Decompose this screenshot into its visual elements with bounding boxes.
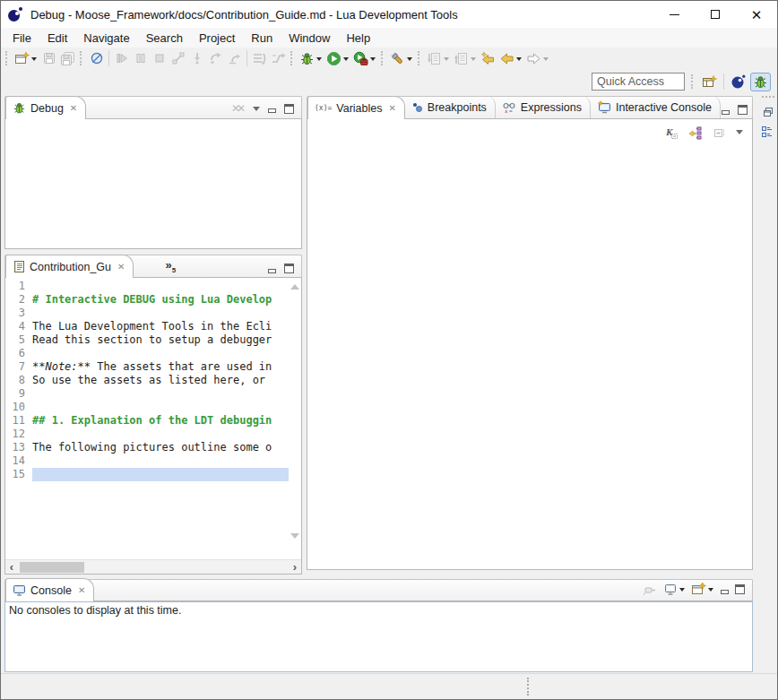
save-all-button[interactable] xyxy=(58,49,77,68)
run-button[interactable] xyxy=(324,49,351,68)
editor-line[interactable]: 11## 1. Explanation of the LDT debuggin xyxy=(5,414,301,428)
debug-button[interactable] xyxy=(298,49,324,68)
debug-view-content[interactable] xyxy=(4,119,302,249)
toolbar-grip[interactable] xyxy=(381,51,385,65)
editor-line[interactable]: 6 xyxy=(5,347,301,360)
editor-text-area[interactable]: 12# Interactive DEBUG using Lua Develop3… xyxy=(5,278,301,559)
run-dropdown[interactable] xyxy=(343,57,349,64)
editor-line[interactable]: 5Read this section to setup a debugger xyxy=(5,333,301,347)
toolbar-grip[interactable] xyxy=(5,51,10,65)
menu-edit[interactable]: Edit xyxy=(39,30,75,47)
tab-interactive-console[interactable]: Interactive Console xyxy=(591,96,721,118)
tab-console[interactable]: Console ✕ xyxy=(5,578,94,601)
toolbar-grip[interactable] xyxy=(80,51,84,65)
scroll-left-icon[interactable]: ‹ xyxy=(5,561,18,574)
editor-vertical-scrollbar[interactable] xyxy=(289,280,300,543)
previous-annotation-dropdown[interactable] xyxy=(471,57,476,64)
console-content[interactable]: No consoles to display at this time. xyxy=(4,601,753,672)
tab-close-icon[interactable]: ✕ xyxy=(388,103,395,113)
toolbar-grip[interactable] xyxy=(290,51,295,65)
toolbar-grip[interactable] xyxy=(418,51,422,65)
maximize-view-icon[interactable] xyxy=(735,584,745,594)
menu-project[interactable]: Project xyxy=(191,30,243,47)
search-button[interactable] xyxy=(388,49,415,68)
skip-all-breakpoints-button[interactable] xyxy=(87,49,106,68)
menu-file[interactable]: File xyxy=(4,30,39,47)
menu-navigate[interactable]: Navigate xyxy=(75,30,137,47)
search-dropdown[interactable] xyxy=(407,57,412,64)
remove-all-terminated-icon[interactable]: ✕✕ xyxy=(231,102,242,115)
hidden-editors-chevron[interactable]: »5 xyxy=(159,255,184,277)
scrollbar-thumb[interactable] xyxy=(20,562,84,573)
display-console-dropdown[interactable] xyxy=(679,588,685,594)
outline-view-icon[interactable] xyxy=(761,125,776,140)
step-into-button[interactable] xyxy=(187,49,206,68)
next-annotation-button[interactable] xyxy=(425,49,452,68)
maximize-view-icon[interactable] xyxy=(738,105,748,115)
scroll-right-icon[interactable]: › xyxy=(289,561,301,574)
maximize-view-icon[interactable] xyxy=(284,104,294,114)
external-tools-button[interactable] xyxy=(351,49,378,68)
open-perspective-button[interactable] xyxy=(699,73,720,91)
new-wizard-button[interactable] xyxy=(13,49,39,68)
lua-perspective-button[interactable] xyxy=(728,73,748,91)
toolbar-grip[interactable] xyxy=(691,74,696,89)
last-edit-location-button[interactable] xyxy=(479,49,497,68)
tab-variables[interactable]: (x)= Variables ✕ xyxy=(307,96,405,119)
minimize-view-icon[interactable] xyxy=(720,585,730,594)
restore-view-icon[interactable] xyxy=(761,104,776,119)
editor-line[interactable]: 1 xyxy=(5,280,301,293)
forward-dropdown[interactable] xyxy=(543,57,549,64)
view-menu-icon[interactable] xyxy=(736,130,743,138)
editor-line[interactable]: 7**Note:** The assets that are used in xyxy=(5,360,301,374)
tab-close-icon[interactable]: ✕ xyxy=(117,262,125,272)
tab-expressions[interactable]: x= Expressions xyxy=(496,96,591,118)
quick-access-input[interactable]: Quick Access xyxy=(592,73,685,91)
window-close-button[interactable]: ✕ xyxy=(736,1,777,28)
tab-contribution-guide[interactable]: Contribution_Gu ✕ xyxy=(5,255,134,278)
maximize-view-icon[interactable] xyxy=(284,264,294,273)
show-type-names-icon[interactable]: K xyxy=(663,125,679,140)
step-over-button[interactable] xyxy=(206,49,225,68)
window-minimize-button[interactable] xyxy=(653,1,695,28)
open-console-dropdown[interactable] xyxy=(708,588,713,594)
editor-line[interactable]: 8So use the assets as listed here, or xyxy=(5,374,301,387)
scroll-up-icon[interactable] xyxy=(290,280,299,290)
minimize-view-icon[interactable] xyxy=(721,106,730,115)
pin-console-icon[interactable] xyxy=(642,582,657,597)
previous-annotation-button[interactable] xyxy=(452,49,479,68)
suspend-button[interactable] xyxy=(131,49,150,68)
save-button[interactable] xyxy=(39,49,58,68)
editor-line[interactable]: 4The Lua Development Tools in the Ecli xyxy=(5,320,301,333)
disconnect-button[interactable] xyxy=(169,49,187,68)
editor-line[interactable]: 9 xyxy=(5,387,301,401)
terminate-button[interactable] xyxy=(150,49,169,68)
tab-close-icon[interactable]: ✕ xyxy=(70,103,77,113)
editor-line[interactable]: 3 xyxy=(5,307,301,320)
menu-run[interactable]: Run xyxy=(243,30,281,47)
next-annotation-dropdown[interactable] xyxy=(444,57,449,64)
minimize-view-icon[interactable] xyxy=(267,264,277,273)
new-wizard-dropdown[interactable] xyxy=(31,57,37,64)
menu-search[interactable]: Search xyxy=(138,30,191,47)
tab-breakpoints[interactable]: Breakpoints xyxy=(405,96,496,118)
show-logical-structure-icon[interactable] xyxy=(687,125,703,140)
back-dropdown[interactable] xyxy=(516,57,522,64)
step-return-button[interactable] xyxy=(225,49,244,68)
editor-line[interactable]: 2# Interactive DEBUG using Lua Develop xyxy=(5,293,301,307)
scroll-down-icon[interactable] xyxy=(290,533,299,543)
editor-line[interactable]: 13The following pictures outline some o xyxy=(5,441,301,454)
forward-button[interactable] xyxy=(524,49,551,68)
resume-button[interactable] xyxy=(112,49,131,68)
debug-dropdown[interactable] xyxy=(316,57,322,64)
view-menu-icon[interactable] xyxy=(253,107,260,115)
back-button[interactable] xyxy=(497,49,524,68)
toolbar-grip[interactable] xyxy=(762,96,774,99)
tab-close-icon[interactable]: ✕ xyxy=(78,585,85,595)
open-console-button[interactable] xyxy=(691,582,714,597)
drop-to-frame-button[interactable] xyxy=(250,49,269,68)
external-tools-dropdown[interactable] xyxy=(370,57,376,64)
debug-perspective-button[interactable] xyxy=(750,73,771,91)
editor-line[interactable]: 12 xyxy=(5,428,301,441)
tab-debug[interactable]: Debug ✕ xyxy=(5,96,86,119)
